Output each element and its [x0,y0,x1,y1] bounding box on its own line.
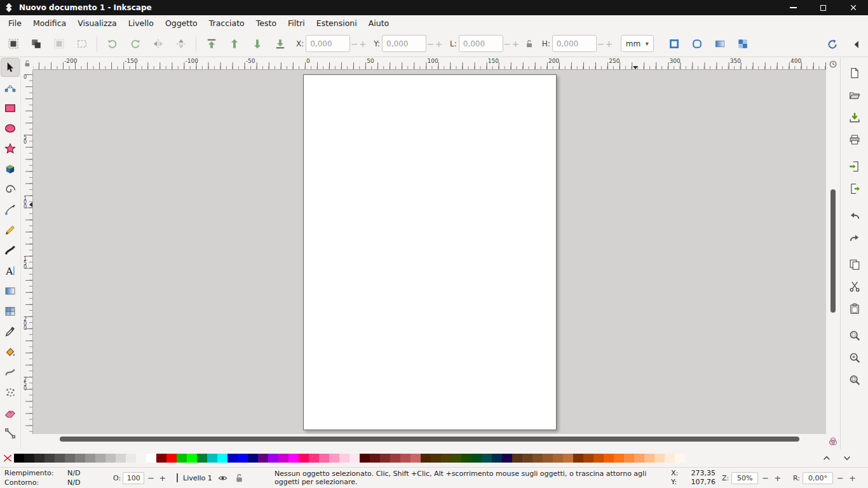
rectangle-tool[interactable] [1,99,19,117]
height-decrement-button[interactable]: − [597,39,605,49]
document-page[interactable] [303,74,557,430]
star-tool[interactable] [1,140,19,158]
palette-swatch[interactable] [573,454,583,463]
zoom-field[interactable]: 50% [731,472,758,484]
palette-swatch[interactable] [360,454,370,463]
cut-icon[interactable] [845,277,864,295]
undo-icon[interactable] [845,206,864,224]
palette-swatch[interactable] [400,454,410,463]
flip-vertical-icon[interactable] [172,34,190,53]
maximize-button[interactable] [808,0,838,15]
y-decrement-button[interactable]: − [426,39,435,49]
scale-stroke-toggle-icon[interactable] [665,34,684,53]
menu-modifica[interactable]: Modifica [27,17,72,30]
horizontal-scrollbar-thumb[interactable] [60,437,799,442]
menu-tracciato[interactable]: Tracciato [203,17,250,30]
zoom-increment-button[interactable]: + [773,473,782,483]
palette-swatch[interactable] [644,454,654,463]
close-button[interactable] [838,0,868,15]
palette-swatch[interactable] [299,454,309,463]
palette-swatch[interactable] [431,454,441,463]
palette-swatch[interactable] [126,454,136,463]
palette-swatch[interactable] [197,454,207,463]
menu-livello[interactable]: Livello [123,17,159,30]
lock-ratio-toggle[interactable] [525,39,534,48]
fill-stroke-indicator[interactable]: Riempimento: N/D Contorno: N/D [0,468,113,487]
palette-swatch[interactable] [604,454,614,463]
rotate-cw-icon[interactable] [126,34,144,53]
paste-icon[interactable] [845,299,864,318]
tweak-tool[interactable] [1,363,19,381]
move-patterns-toggle-icon[interactable] [734,34,752,53]
palette-swatch[interactable] [136,454,146,463]
palette-swatch[interactable] [614,454,624,463]
minimize-button[interactable] [778,0,808,15]
width-decrement-button[interactable]: − [503,39,512,49]
lower-icon[interactable] [248,34,266,53]
rotation-decrement-button[interactable]: − [836,473,845,483]
palette-swatch[interactable] [95,454,105,463]
palette-scroll-up-button[interactable] [818,451,835,465]
ruler-corner-lock-toggle[interactable] [21,57,33,70]
palette-swatch[interactable] [654,454,665,463]
horizontal-ruler[interactable]: -200-150-100-50050100150200250300350400 [33,57,826,70]
width-field[interactable]: 0,000 [459,35,503,52]
width-increment-button[interactable]: + [512,39,520,49]
zoom-decrement-button[interactable]: − [761,473,770,483]
pencil-tool[interactable] [1,221,19,239]
text-tool[interactable]: A [1,262,19,280]
selector-tool[interactable] [1,58,19,76]
palette-swatch[interactable] [583,454,593,463]
menu-estensioni[interactable]: Estensioni [311,17,363,30]
palette-swatch[interactable] [370,454,380,463]
menu-visualizza[interactable]: Visualizza [72,17,123,30]
node-tool[interactable] [1,79,19,97]
palette-swatch[interactable] [105,454,116,463]
horizontal-scrollbar[interactable] [33,434,826,449]
scale-corners-toggle-icon[interactable] [688,34,707,53]
ellipse-tool[interactable] [1,119,19,137]
palette-swatch[interactable] [177,454,187,463]
menu-aiuto[interactable]: Aiuto [363,17,395,30]
palette-swatch[interactable] [390,454,400,463]
y-increment-button[interactable]: + [435,39,443,49]
palette-swatch[interactable] [34,454,44,463]
flip-horizontal-icon[interactable] [149,34,167,53]
document-open-icon[interactable] [845,86,864,104]
palette-swatch[interactable] [146,454,156,463]
palette-swatch[interactable] [522,454,532,463]
snapping-toggle-button[interactable] [823,35,841,53]
palette-swatch[interactable] [166,454,177,463]
color-management-toggle[interactable] [826,434,840,449]
palette-swatch[interactable] [349,454,360,463]
opacity-field[interactable]: 100 [123,472,144,484]
palette-swatch[interactable] [563,454,573,463]
palette-swatch[interactable] [634,454,644,463]
redo-icon[interactable] [845,228,864,247]
x-decrement-button[interactable]: − [350,39,358,49]
palette-swatch[interactable] [502,454,512,463]
connector-tool[interactable] [1,424,19,442]
palette-swatch[interactable] [553,454,563,463]
palette-swatch[interactable] [451,454,461,463]
palette-swatch[interactable] [329,454,339,463]
palette-swatch[interactable] [187,454,197,463]
rotation-increment-button[interactable]: + [848,473,857,483]
palette-swatch[interactable] [75,454,85,463]
palette-swatch[interactable] [116,454,126,463]
raise-icon[interactable] [225,34,243,53]
rotate-ccw-icon[interactable] [103,34,121,53]
height-field[interactable]: 0,000 [552,35,597,52]
palette-swatch[interactable] [421,454,431,463]
palette-swatch[interactable] [14,454,24,463]
dropper-tool[interactable] [1,323,19,341]
menu-file[interactable]: File [3,17,27,30]
layer-lock-toggle[interactable] [234,472,245,484]
raise-to-top-icon[interactable] [202,34,220,53]
height-increment-button[interactable]: + [605,39,613,49]
x-increment-button[interactable]: + [358,39,367,49]
palette-swatch[interactable] [55,454,65,463]
opacity-decrement-button[interactable]: − [146,473,156,483]
eraser-tool[interactable] [1,404,19,422]
palette-swatch[interactable] [675,454,685,463]
